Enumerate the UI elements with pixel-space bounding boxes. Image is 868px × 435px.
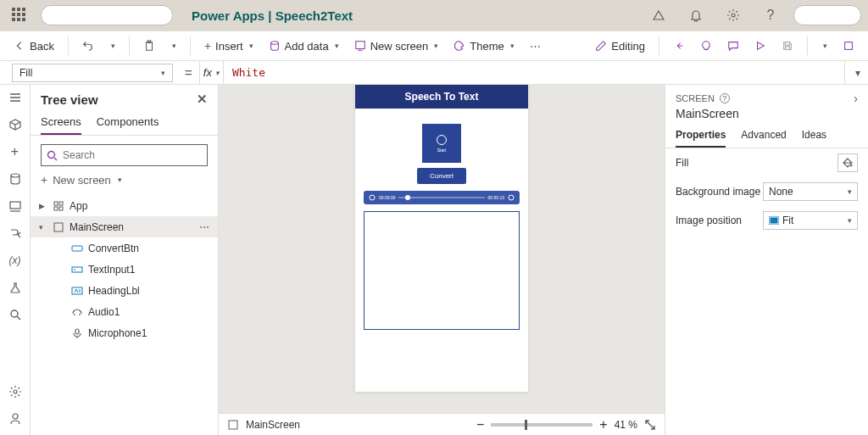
rail-settings-icon[interactable] xyxy=(8,384,23,399)
rail-ask-icon[interactable] xyxy=(8,411,23,427)
properties-pane: SCREEN ? › MainScreen Properties Advance… xyxy=(665,85,868,435)
save-button[interactable] xyxy=(776,36,798,55)
comments-button[interactable] xyxy=(722,36,744,55)
pane-title: MainScreen xyxy=(665,107,868,125)
formula-input[interactable]: White xyxy=(223,61,844,84)
tab-ideas[interactable]: Ideas xyxy=(802,129,826,148)
rail-variables-icon[interactable]: (x) xyxy=(8,253,23,268)
header-bar: Power Apps | Speech2Text ? xyxy=(0,0,868,31)
tab-components[interactable]: Components xyxy=(97,115,159,135)
fx-label[interactable]: fx▾ xyxy=(199,61,223,84)
bell-icon[interactable] xyxy=(688,8,704,23)
insert-button[interactable]: + Insert ▾ xyxy=(199,36,259,56)
add-data-button[interactable]: Add data ▾ xyxy=(264,36,344,56)
svg-rect-4 xyxy=(355,42,364,49)
screen-icon xyxy=(53,221,64,233)
rail-tests-icon[interactable] xyxy=(8,280,23,295)
add-data-label: Add data xyxy=(285,40,329,53)
zoom-slider[interactable] xyxy=(491,423,593,427)
svg-rect-13 xyxy=(59,202,63,205)
rail-data-icon[interactable] xyxy=(8,171,23,187)
svg-point-9 xyxy=(14,390,17,393)
fit-button[interactable] xyxy=(644,419,656,431)
rail-insert-icon[interactable]: + xyxy=(8,144,23,159)
new-screen-link[interactable]: + New screen ▾ xyxy=(31,171,218,193)
svg-rect-12 xyxy=(54,202,58,205)
prop-bgimage-label: Background image xyxy=(676,186,763,198)
preview-button[interactable] xyxy=(749,36,771,55)
env-pill[interactable] xyxy=(41,5,173,25)
svg-rect-15 xyxy=(59,207,63,210)
gear-icon[interactable] xyxy=(726,8,741,23)
zoom-value: 41 % xyxy=(615,419,637,431)
waffle-icon[interactable] xyxy=(12,8,27,23)
tree-node-app[interactable]: ▶ App xyxy=(31,195,218,216)
theme-label: Theme xyxy=(470,40,504,53)
prop-imgpos-select[interactable]: Fit ▾ xyxy=(763,211,858,230)
undo-dropdown[interactable]: ▾ xyxy=(104,38,120,53)
rail-media-icon[interactable] xyxy=(8,198,23,214)
tree-node-convertbtn[interactable]: ConvertBtn xyxy=(31,237,218,259)
share-button[interactable] xyxy=(668,36,690,55)
paste-dropdown[interactable]: ▾ xyxy=(165,38,181,53)
rail-hamburger-icon[interactable] xyxy=(8,90,23,105)
svg-rect-1 xyxy=(146,42,152,51)
microphone-icon xyxy=(71,327,83,339)
svg-point-22 xyxy=(509,195,514,200)
tab-properties[interactable]: Properties xyxy=(676,129,726,148)
zoom-in-button[interactable]: + xyxy=(599,417,607,432)
svg-rect-25 xyxy=(771,218,777,223)
profile-pill[interactable] xyxy=(793,5,861,25)
insert-label: Insert xyxy=(215,40,243,53)
new-screen-button[interactable]: New screen ▾ xyxy=(349,36,444,56)
checker-button[interactable] xyxy=(695,36,717,55)
canvas-footer: MainScreen − + 41 % xyxy=(219,413,665,435)
tree-search[interactable] xyxy=(41,144,208,166)
tree-node-textinput[interactable]: TextInput1 xyxy=(31,259,218,280)
collapse-pane-icon[interactable]: › xyxy=(854,92,858,105)
back-button[interactable]: Back xyxy=(8,36,59,56)
back-label: Back xyxy=(30,40,54,53)
svg-point-0 xyxy=(732,14,735,17)
app-icon xyxy=(53,200,64,212)
svg-rect-5 xyxy=(845,42,853,50)
tab-screens[interactable]: Screens xyxy=(41,115,81,135)
editing-button[interactable]: Editing xyxy=(590,36,650,56)
tree-node-headinglbl[interactable]: HeadingLbl xyxy=(31,280,218,301)
info-icon[interactable]: ? xyxy=(720,93,730,103)
mic-circle-icon xyxy=(437,135,447,145)
rail-flow-icon[interactable] xyxy=(8,226,23,241)
publish-button[interactable] xyxy=(837,36,860,55)
command-bar: Back ▾ ▾ + Insert ▾ Add data ▾ New scree… xyxy=(0,31,868,61)
node-more-icon[interactable]: ⋯ xyxy=(199,221,209,233)
save-dropdown[interactable]: ▾ xyxy=(816,38,832,53)
zoom-out-button[interactable]: − xyxy=(476,417,484,432)
expand-formula-button[interactable]: ▾ xyxy=(844,61,868,84)
diagnostics-icon[interactable] xyxy=(651,8,666,23)
property-selector[interactable]: Fill ▾ xyxy=(12,64,173,82)
tree-node-audio[interactable]: Audio1 xyxy=(31,301,218,322)
prop-bgimage-select[interactable]: None▾ xyxy=(763,182,858,201)
paste-button[interactable] xyxy=(138,36,160,55)
help-icon[interactable]: ? xyxy=(763,8,778,23)
theme-button[interactable]: Theme ▾ xyxy=(448,36,519,56)
vol-icon xyxy=(508,194,515,201)
prop-fill-swatch[interactable] xyxy=(837,153,858,172)
left-rail: + (x) xyxy=(0,85,31,435)
rail-tree-icon[interactable] xyxy=(8,117,23,132)
svg-rect-17 xyxy=(72,246,82,251)
tree-node-mainscreen[interactable]: ▾ MainScreen ⋯ xyxy=(31,216,218,237)
preview-screen[interactable]: Speech To Text Start Convert 00:00:00 00… xyxy=(355,85,528,392)
svg-rect-14 xyxy=(54,207,58,210)
tree-node-microphone[interactable]: Microphone1 xyxy=(31,322,218,343)
new-screen-label: New screen xyxy=(370,40,429,53)
rail-search-icon[interactable] xyxy=(8,307,23,322)
tab-advanced[interactable]: Advanced xyxy=(741,129,786,148)
undo-button[interactable] xyxy=(77,36,99,55)
overflow-button[interactable]: ⋯ xyxy=(525,36,546,56)
property-name: Fill xyxy=(19,67,32,79)
close-icon[interactable]: ✕ xyxy=(197,92,208,107)
svg-rect-23 xyxy=(229,421,237,429)
search-input[interactable] xyxy=(63,149,202,161)
tree-title: Tree view xyxy=(41,92,98,107)
